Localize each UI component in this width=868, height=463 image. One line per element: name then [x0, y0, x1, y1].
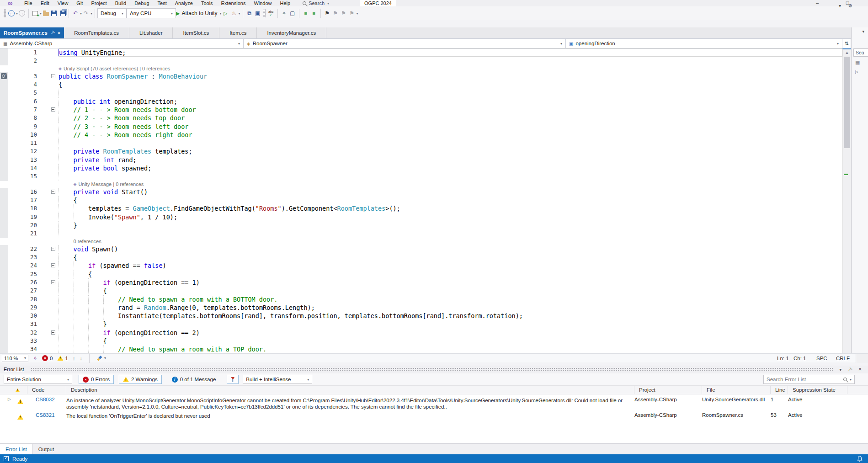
codelens-text[interactable]: 0 references [74, 239, 101, 244]
toggle-bookmark-button[interactable]: ⚑ [323, 9, 331, 18]
code-line[interactable]: 7// 1 - - > Room needs bottom door [0, 106, 842, 114]
code-line[interactable]: 11 [0, 139, 842, 147]
tab-lit-shader[interactable]: Lit.shader [129, 27, 173, 38]
code-line[interactable]: 6public int openingDirection; [0, 97, 842, 106]
code-text[interactable]: private int rand; [59, 156, 842, 164]
tab-roomtemplates-cs[interactable]: RoomTemplates.cs [64, 27, 129, 38]
code-text[interactable]: { [59, 270, 842, 278]
severity-column-header[interactable] [0, 386, 27, 394]
code-line[interactable]: 8// 2 - - > Room needs top door [0, 114, 842, 122]
bookmark-window-button[interactable]: ⚑ [348, 9, 356, 18]
code-text[interactable]: templates = GameObject.FindGameObjectWit… [59, 204, 842, 213]
code-line[interactable]: 24if (spawned == false) [0, 261, 842, 270]
side-panel-search-input[interactable]: Sea [853, 48, 868, 57]
member-dropdown[interactable]: ▣ openingDirection ▾ [565, 38, 842, 48]
chevron-down-icon[interactable]: ▾ [239, 11, 240, 16]
indent-increase-button[interactable]: ≡ [310, 9, 318, 18]
solution-explorer-sync-button[interactable]: ▣ [254, 9, 262, 18]
collapse-region-icon[interactable] [51, 263, 55, 267]
open-file-button[interactable] [42, 9, 50, 18]
chevron-down-icon[interactable]: ▾ [91, 11, 92, 16]
code-line[interactable]: 22void Spawn() [0, 245, 842, 253]
code-line[interactable]: 3public class RoomSpawner : MonoBehaviou… [0, 72, 842, 80]
previous-bookmark-button[interactable]: ⚑ [331, 9, 340, 18]
code-line[interactable]: 29rand = Random.Range(0, templates.botto… [0, 303, 842, 312]
code-text[interactable]: { [59, 337, 842, 345]
row-expander-icon[interactable]: ▷ [0, 394, 17, 401]
code-text[interactable]: // Need to spawn a room with a BOTTOM do… [59, 295, 842, 303]
code-line[interactable]: 12private RoomTemplates templates; [0, 147, 842, 155]
source-dropdown[interactable]: Build + IntelliSense▾ [243, 375, 312, 384]
code-text[interactable]: Instantiate(templates.bottomRooms[rand],… [59, 312, 842, 320]
collapse-region-icon[interactable] [51, 247, 55, 251]
zoom-level-dropdown[interactable]: 110 %▾ [2, 355, 28, 362]
vertical-scrollbar[interactable]: ▲ [842, 48, 851, 353]
code-text[interactable]: // 3 - - > Room needs left door [59, 122, 842, 131]
menu-item-test[interactable]: Test [154, 0, 171, 6]
select-tool-button[interactable]: ⌖ [280, 9, 288, 18]
code-content[interactable]: 1using UnityEngine;2◈Unity Script (70 as… [0, 48, 842, 353]
error-code-link[interactable]: CS8032 [27, 394, 66, 402]
code-line[interactable]: 14private bool spawned; [0, 164, 842, 172]
code-text[interactable]: if (spawned == false) [59, 261, 842, 270]
code-column-header[interactable]: Code [27, 386, 66, 394]
code-line[interactable]: 26if (openingDirection == 1) [0, 278, 842, 287]
code-line[interactable]: 33{ [0, 337, 842, 345]
type-dropdown[interactable]: ◈ RoomSpawner ▾ [243, 38, 566, 48]
tab-itemslot-cs[interactable]: ItemSlot.cs [173, 27, 219, 38]
code-text[interactable] [59, 139, 842, 147]
code-line[interactable]: 32if (openingDirection == 2) [0, 329, 842, 337]
menu-item-view[interactable]: View [53, 0, 73, 6]
codelens[interactable]: 0 references [0, 238, 842, 245]
menu-item-tools[interactable]: Tools [197, 0, 217, 6]
previous-issue-button[interactable]: ↑ [73, 356, 75, 361]
code-cleanup-button[interactable]: ▾ [96, 355, 106, 362]
start-without-debugging-button[interactable]: ▷ [222, 9, 230, 18]
menu-item-build[interactable]: Build [111, 0, 130, 6]
code-text[interactable] [59, 57, 842, 65]
code-text[interactable] [59, 172, 842, 181]
navigate-forward-button[interactable]: → [18, 9, 26, 18]
codelens[interactable]: ◈Unity Script (70 asset references) | 0 … [0, 65, 842, 72]
code-text[interactable] [59, 89, 842, 97]
error-list-search-input[interactable]: Search Error List ▾ [763, 375, 855, 384]
error-suppression-state[interactable]: Active [788, 410, 847, 418]
intellicode-icon[interactable]: ✧ [33, 355, 37, 362]
redo-button[interactable]: ↷ [82, 9, 90, 18]
code-text[interactable]: private bool spawned; [59, 164, 842, 172]
menu-item-extensions[interactable]: Extensions [217, 0, 250, 6]
code-line[interactable]: 2 [0, 57, 842, 65]
panel-drag-texture[interactable] [31, 367, 833, 371]
save-button[interactable] [50, 9, 58, 18]
menu-item-debug[interactable]: Debug [130, 0, 153, 6]
code-line[interactable]: 30Instantiate(templates.bottomRooms[rand… [0, 312, 842, 320]
panel-tab-output[interactable]: Output [33, 444, 60, 454]
solution-configuration-dropdown[interactable]: Debug▾ [97, 8, 127, 18]
state-column-header[interactable]: Suppression State [788, 386, 847, 394]
collapse-region-icon[interactable] [51, 190, 55, 194]
warnings-filter-button[interactable]: 2 Warnings [119, 375, 162, 384]
code-text[interactable]: // Need to spawn a room with a TOP door. [59, 345, 842, 353]
solution-platform-dropdown[interactable]: Any CPU▾ [127, 8, 176, 18]
code-text[interactable]: using UnityEngine; [59, 48, 842, 57]
description-column-header[interactable]: Description [66, 386, 634, 394]
codelens-text[interactable]: Unity Script (70 asset references) | 0 r… [64, 66, 170, 71]
toolbar-grip[interactable] [4, 9, 6, 17]
toolbar-grip[interactable] [263, 9, 266, 17]
new-project-button[interactable] [31, 9, 39, 18]
code-line[interactable]: 31} [0, 320, 842, 328]
code-text[interactable]: // 4 - - > Room needs right door [59, 131, 842, 139]
error-description[interactable]: The local function 'OnTriggerEnter' is d… [66, 410, 634, 419]
line-column-header[interactable]: Line [771, 386, 788, 394]
navigate-back-button[interactable]: ← [7, 9, 16, 18]
scope-dropdown[interactable]: Entire Solution▾ [4, 375, 72, 384]
code-line[interactable]: 27{ [0, 287, 842, 295]
code-text[interactable]: void Spawn() [59, 245, 842, 253]
code-line[interactable]: 15 [0, 172, 842, 181]
close-icon[interactable]: × [858, 366, 862, 373]
messages-filter-button[interactable]: i 0 of 1 Message [168, 375, 220, 384]
search-feature[interactable]: Search ▾ [303, 0, 329, 6]
code-line[interactable]: 17{ [0, 196, 842, 204]
minimize-button[interactable]: – [811, 0, 823, 6]
panel-title-bar[interactable]: Error List ▾ ⊤ × [0, 365, 868, 373]
